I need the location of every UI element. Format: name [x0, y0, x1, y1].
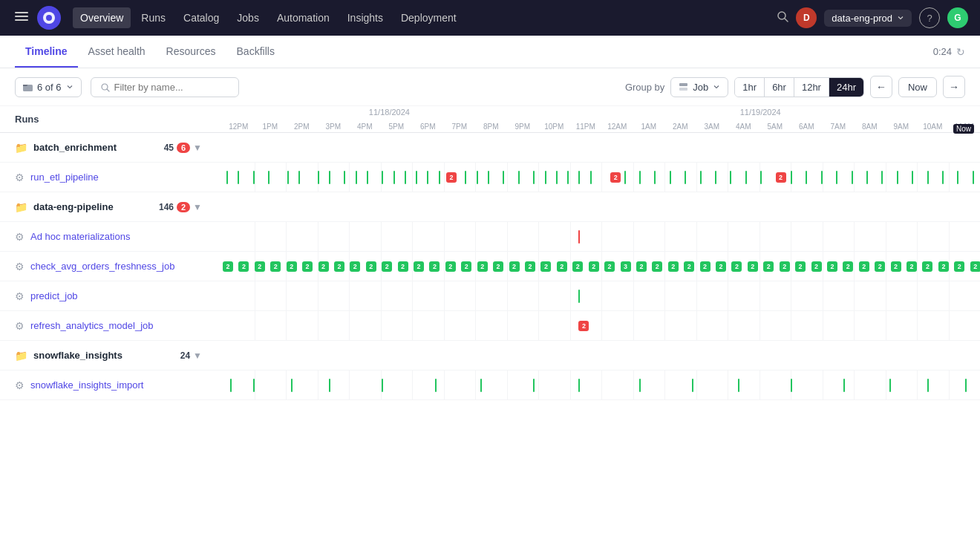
nav-links: Overview Runs Catalog Jobs Automation In… — [73, 7, 771, 28]
nav-deployment[interactable]: Deployment — [393, 7, 464, 28]
job-link-check-avg[interactable]: check_avg_orders_freshness_job — [30, 261, 174, 272]
row-check-avg: ⚙ check_avg_orders_freshness_job 2222222… — [0, 252, 980, 281]
row-label-batch_enrichment: 📁 batch_enrichment 45 6 ▼ — [0, 142, 223, 154]
timeline-date-header: 11/18/2024 11/19/2024 12PM1PM2PM3PM4PM5P… — [223, 106, 980, 133]
nav-overview[interactable]: Overview — [73, 7, 131, 28]
row-run_etl_pipeline: ⚙ run_etl_pipeline 222 — [0, 163, 980, 192]
group-name-batch[interactable]: batch_enrichment — [33, 142, 117, 153]
timeline-batch_enrichment — [223, 133, 980, 162]
row-label-snowflake-import: ⚙ snowflake_insights_import — [0, 379, 223, 391]
nav-right: D data-eng-prod ? G — [777, 7, 968, 28]
timeline-snowflake-import — [223, 371, 980, 399]
now-button[interactable]: Now — [898, 77, 937, 97]
group-name-snowflake[interactable]: snowflake_insights — [33, 350, 122, 361]
count-red-data-eng: 2 — [177, 202, 190, 212]
user-badge-d[interactable]: D — [796, 7, 817, 28]
svg-rect-11 — [679, 83, 687, 86]
tabs-right: 0:24 ↻ — [933, 46, 965, 58]
workspace-selector[interactable]: data-eng-prod — [824, 10, 912, 27]
job-icon-predict: ⚙ — [15, 290, 24, 302]
group-by-select[interactable]: Job — [670, 77, 728, 97]
nav-insights[interactable]: Insights — [340, 7, 391, 28]
row-snowflake: 📁 snowflake_insights 24 ▼ — [0, 341, 980, 371]
tab-backfills[interactable]: Backfills — [226, 36, 285, 68]
count-green-snowflake: 24 — [180, 350, 190, 361]
timeline-refresh: 2 — [223, 311, 980, 340]
timeline-container: Runs 11/18/2024 11/19/2024 12PM1PM2PM3PM… — [0, 106, 980, 400]
dagster-logo — [37, 6, 61, 30]
svg-rect-2 — [15, 19, 28, 21]
row-label-predict: ⚙ predict_job — [0, 290, 223, 302]
nav-automation[interactable]: Automation — [270, 7, 337, 28]
prev-button[interactable]: ← — [870, 76, 892, 98]
expand-icon-data-eng[interactable]: ▼ — [193, 202, 202, 212]
search-box[interactable] — [91, 77, 239, 97]
search-icon[interactable] — [777, 10, 788, 25]
folder-icon-batch: 📁 — [15, 142, 27, 154]
job-icon-refresh: ⚙ — [15, 320, 24, 332]
job-icon-run_etl: ⚙ — [15, 172, 24, 183]
job-link-predict[interactable]: predict_job — [30, 290, 78, 301]
date-label-2: 11/19/2024 — [740, 108, 781, 117]
svg-point-5 — [46, 15, 52, 21]
folder-count: 6 of 6 — [37, 82, 62, 93]
timeline-data-eng — [223, 192, 980, 221]
job-icon-ad-hoc: ⚙ — [15, 231, 24, 243]
time-6hr[interactable]: 6hr — [765, 78, 794, 97]
toolbar: 6 of 6 Group by Job 1hr 6hr 12hr 24hr ← … — [0, 68, 980, 106]
row-label-data-eng: 📁 data-eng-pipeline 146 2 ▼ — [0, 201, 223, 213]
nav-catalog[interactable]: Catalog — [176, 7, 226, 28]
svg-rect-1 — [15, 16, 28, 17]
group-name-data-eng[interactable]: data-eng-pipeline — [33, 201, 114, 212]
date-label-1: 11/18/2024 — [369, 108, 410, 117]
row-batch_enrichment: 📁 batch_enrichment 45 6 ▼ — [0, 133, 980, 163]
time-1hr[interactable]: 1hr — [735, 78, 765, 97]
row-label-ad-hoc: ⚙ Ad hoc materializations — [0, 231, 223, 243]
timeline-ad-hoc — [223, 222, 980, 251]
row-data-eng-pipeline: 📁 data-eng-pipeline 146 2 ▼ — [0, 192, 980, 222]
refresh-icon[interactable]: ↻ — [956, 46, 965, 58]
toolbar-right: Group by Job 1hr 6hr 12hr 24hr ← Now → — [625, 76, 965, 98]
menu-icon[interactable] — [12, 7, 31, 29]
help-icon[interactable]: ? — [919, 7, 940, 28]
folder-icon-snowflake: 📁 — [15, 350, 27, 362]
runs-header: Runs — [0, 106, 223, 133]
tab-asset-health[interactable]: Asset health — [78, 36, 156, 68]
timeline-snowflake — [223, 341, 980, 370]
nav-jobs[interactable]: Jobs — [229, 7, 267, 28]
user-avatar[interactable]: G — [947, 7, 968, 28]
search-input[interactable] — [114, 82, 226, 93]
timeline-predict — [223, 281, 980, 310]
count-green-batch: 45 — [164, 143, 174, 153]
count-green-data-eng: 146 — [159, 202, 174, 212]
svg-rect-0 — [15, 12, 28, 13]
row-label-check-avg: ⚙ check_avg_orders_freshness_job — [0, 261, 223, 272]
expand-icon-snowflake[interactable]: ▼ — [193, 350, 202, 361]
job-icon-snowflake-import: ⚙ — [15, 379, 24, 391]
row-snowflake-import: ⚙ snowflake_insights_import — [0, 371, 980, 400]
folder-icon-data-eng: 📁 — [15, 201, 27, 213]
expand-icon-batch[interactable]: ▼ — [193, 143, 202, 153]
time-24hr[interactable]: 24hr — [829, 78, 863, 97]
timeline-run_etl: 222 — [223, 163, 980, 192]
folder-select[interactable]: 6 of 6 — [15, 77, 82, 97]
tabs-bar: Timeline Asset health Resources Backfill… — [0, 36, 980, 68]
tab-timeline[interactable]: Timeline — [15, 36, 78, 68]
time-12hr[interactable]: 12hr — [794, 78, 829, 97]
row-label-refresh: ⚙ refresh_analytics_model_job — [0, 320, 223, 332]
job-link-run_etl[interactable]: run_etl_pipeline — [30, 172, 99, 183]
next-button[interactable]: → — [943, 76, 965, 98]
svg-rect-12 — [679, 88, 687, 91]
job-link-refresh[interactable]: refresh_analytics_model_job — [30, 320, 153, 331]
row-label-run_etl: ⚙ run_etl_pipeline — [0, 172, 223, 183]
tab-resources[interactable]: Resources — [156, 36, 226, 68]
count-red-batch: 6 — [177, 143, 190, 153]
time-buttons: 1hr 6hr 12hr 24hr — [734, 77, 864, 97]
job-link-snowflake-import[interactable]: snowflake_insights_import — [30, 379, 143, 391]
job-icon-check-avg: ⚙ — [15, 261, 24, 272]
job-link-ad-hoc[interactable]: Ad hoc materializations — [30, 231, 130, 242]
nav-runs[interactable]: Runs — [134, 7, 173, 28]
row-label-snowflake: 📁 snowflake_insights 24 ▼ — [0, 350, 223, 362]
group-by-value: Job — [693, 82, 708, 93]
timeline-check-avg: 2222222222222222222222222322222222222222… — [223, 252, 980, 281]
